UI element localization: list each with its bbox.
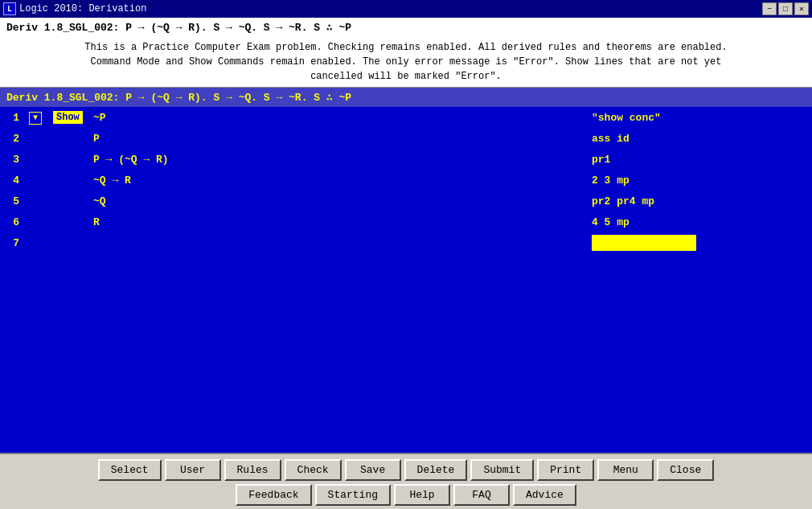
row-number: 4 bbox=[0, 170, 24, 191]
info-line3: cancelled will be marked "Error". bbox=[16, 69, 796, 84]
info-line2: Command Mode and Show Commands remain en… bbox=[16, 55, 796, 69]
justification-cell: pr1 bbox=[587, 149, 716, 170]
button-row-1: Select User Rules Check Save Delete Subm… bbox=[6, 459, 806, 481]
justification-cell: 4 5 mp bbox=[587, 211, 716, 232]
table-row: 4 ~Q → R 2 3 mp bbox=[0, 170, 812, 191]
feedback-button[interactable]: Feedback bbox=[236, 484, 311, 506]
formula-cell: ~Q → R bbox=[88, 170, 587, 191]
main-area: Deriv 1.8_SGL_002: P → (~Q → R). S → ~Q.… bbox=[0, 88, 812, 453]
rules-button[interactable]: Rules bbox=[224, 459, 281, 481]
delete-button[interactable]: Delete bbox=[404, 459, 468, 481]
window-title: Logic 2010: Derivation bbox=[19, 3, 146, 14]
close-button-bottom[interactable]: Close bbox=[657, 459, 714, 481]
justification-cell: ass id bbox=[587, 128, 716, 149]
header-info: This is a Practice Computer Exam problem… bbox=[0, 37, 812, 88]
show-cell bbox=[48, 232, 88, 253]
formula-cell: P bbox=[88, 128, 587, 149]
row-number: 1 bbox=[0, 107, 24, 128]
table-row: 5 ~Q pr2 pr4 mp bbox=[0, 191, 812, 211]
row-indent bbox=[24, 149, 48, 170]
print-button[interactable]: Print bbox=[537, 459, 594, 481]
justification-cell: "show conc" bbox=[587, 107, 716, 128]
show-cell bbox=[48, 211, 88, 232]
show-cell bbox=[48, 128, 88, 149]
button-row-2: Feedback Starting Help FAQ Advice bbox=[6, 484, 806, 506]
user-button[interactable]: User bbox=[165, 459, 221, 481]
title-controls[interactable]: − □ ✕ bbox=[762, 2, 809, 15]
formula-cell[interactable] bbox=[88, 232, 587, 253]
table-row: 2 P ass id bbox=[0, 128, 812, 149]
show-cell bbox=[48, 170, 88, 191]
save-button[interactable]: Save bbox=[345, 459, 401, 481]
check-button[interactable]: Check bbox=[285, 459, 342, 481]
formula-cell: R bbox=[88, 211, 587, 232]
table-row: 1 ▼ Show ~P "show conc" bbox=[0, 107, 812, 128]
minimize-button[interactable]: − bbox=[762, 2, 777, 15]
row-number: 2 bbox=[0, 128, 24, 149]
extra-cell bbox=[716, 211, 812, 232]
extra-cell bbox=[716, 191, 812, 211]
maximize-button[interactable]: □ bbox=[778, 2, 793, 15]
close-button[interactable]: ✕ bbox=[794, 2, 809, 15]
app-icon: L bbox=[3, 2, 16, 15]
select-button[interactable]: Select bbox=[98, 459, 162, 481]
row-number: 6 bbox=[0, 211, 24, 232]
show-button[interactable]: Show bbox=[53, 111, 83, 124]
table-row: 3 P → (~Q → R) pr1 bbox=[0, 149, 812, 170]
justification-cell: pr2 pr4 mp bbox=[587, 191, 716, 211]
formula-cell: ~Q bbox=[88, 191, 587, 211]
formula-cell: ~P bbox=[88, 107, 587, 128]
title-bar: L Logic 2010: Derivation − □ ✕ bbox=[0, 0, 812, 18]
table-row: 6 R 4 5 mp bbox=[0, 211, 812, 232]
row-number: 3 bbox=[0, 149, 24, 170]
help-button[interactable]: Help bbox=[394, 484, 450, 506]
formula-input[interactable] bbox=[93, 237, 318, 249]
row-indent bbox=[24, 170, 48, 191]
derivation-title: Deriv 1.8_SGL_002: P → (~Q → R). S → ~Q.… bbox=[0, 18, 812, 37]
row-indent: ▼ bbox=[24, 107, 48, 128]
row-indent bbox=[24, 191, 48, 211]
row-number: 5 bbox=[0, 191, 24, 211]
row-number: 7 bbox=[0, 232, 24, 253]
table-row: 7 bbox=[0, 232, 812, 253]
formula-cell: P → (~Q → R) bbox=[88, 149, 587, 170]
justification-input[interactable] bbox=[592, 235, 696, 251]
extra-cell bbox=[716, 149, 812, 170]
title-bar-left: L Logic 2010: Derivation bbox=[3, 2, 146, 15]
submit-button[interactable]: Submit bbox=[470, 459, 534, 481]
menu-button[interactable]: Menu bbox=[597, 459, 654, 481]
advice-button[interactable]: Advice bbox=[513, 484, 576, 506]
show-cell bbox=[48, 191, 88, 211]
starting-button[interactable]: Starting bbox=[315, 484, 391, 506]
dropdown-arrow[interactable]: ▼ bbox=[29, 112, 42, 125]
extra-cell bbox=[716, 170, 812, 191]
row-indent bbox=[24, 128, 48, 149]
derivation-area[interactable]: Deriv 1.8_SGL_002: P → (~Q → R). S → ~Q.… bbox=[0, 88, 812, 453]
show-cell[interactable]: Show bbox=[48, 107, 88, 128]
bottom-area: Select User Rules Check Save Delete Subm… bbox=[0, 453, 812, 509]
justification-input-cell[interactable] bbox=[587, 232, 716, 253]
table-header: Deriv 1.8_SGL_002: P → (~Q → R). S → ~Q.… bbox=[0, 88, 812, 107]
info-line1: This is a Practice Computer Exam problem… bbox=[16, 40, 796, 55]
extra-cell bbox=[716, 232, 812, 253]
extra-cell bbox=[716, 128, 812, 149]
faq-button[interactable]: FAQ bbox=[453, 484, 510, 506]
show-cell bbox=[48, 149, 88, 170]
row-indent bbox=[24, 211, 48, 232]
row-indent bbox=[24, 232, 48, 253]
extra-cell bbox=[716, 107, 812, 128]
justification-cell: 2 3 mp bbox=[587, 170, 716, 191]
derivation-table: 1 ▼ Show ~P "show conc" 2 P ass id bbox=[0, 107, 812, 253]
